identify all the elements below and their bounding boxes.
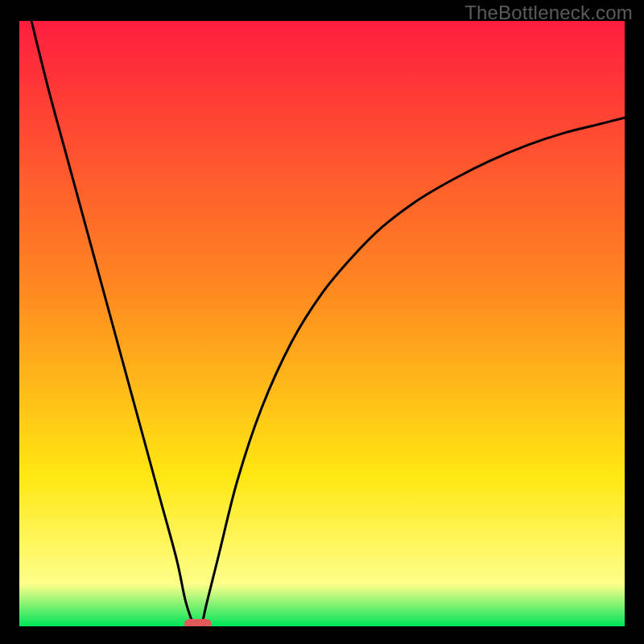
minimum-marker [184, 619, 212, 626]
watermark-text: TheBottleneck.com [464, 2, 633, 24]
chart-background [19, 21, 625, 626]
chart-frame: TheBottleneck.com [0, 0, 644, 644]
bottleneck-chart [19, 21, 625, 626]
